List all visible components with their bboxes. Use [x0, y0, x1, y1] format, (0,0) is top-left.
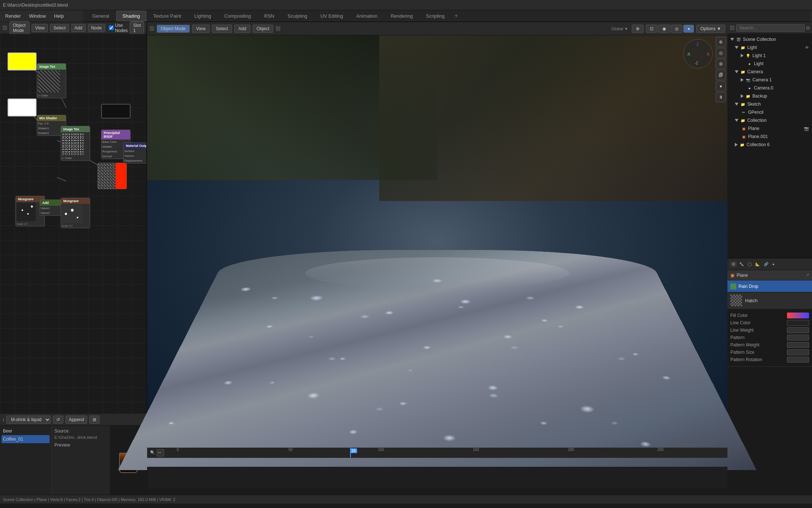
rendered-btn[interactable]: ● [683, 25, 694, 33]
viewport-select-btn[interactable]: Select [212, 25, 232, 33]
tab-rendering[interactable]: Rendering [384, 11, 419, 21]
shader-object-mode-btn[interactable]: Object Mode [10, 21, 29, 35]
tab-texture-paint[interactable]: Texture Paint [147, 11, 188, 21]
line-weight-label: Line Weight [730, 328, 754, 333]
outliner-backup[interactable]: 📁 Backup [727, 92, 812, 100]
snap-btn[interactable]: ⊕ [632, 25, 644, 33]
pattern-size-input[interactable] [787, 349, 809, 355]
hatch-item[interactable]: Hatch [727, 292, 812, 309]
prop-icon-1[interactable]: ⚙ [730, 261, 737, 267]
grid-view-btn[interactable]: ⊞ [89, 416, 100, 424]
options-btn[interactable]: Options ▼ [696, 25, 725, 33]
menu-window[interactable]: Window [25, 12, 50, 20]
outliner-plane-001[interactable]: ▣ Plane.001 [727, 133, 812, 141]
tab-lighting[interactable]: Lighting [188, 11, 217, 21]
overlay-btn-1[interactable]: ⊕ [716, 37, 726, 47]
noise-node-1[interactable]: Image Tex ▷ Color [37, 63, 66, 98]
pattern-rotation-input[interactable] [787, 357, 809, 363]
viewport-object-mode-btn[interactable]: Object Mode [157, 25, 190, 33]
asset-item-beer[interactable]: Beer [1, 427, 50, 435]
navigation-gizmo[interactable]: X -X Z -Z [683, 39, 713, 68]
outliner-plane[interactable]: ▣ Plane 📷 [727, 124, 812, 133]
prop-icon-6[interactable]: ● [771, 261, 776, 267]
outliner-camera-1[interactable]: 📷 Camera 1 [727, 76, 812, 84]
wireframe-btn[interactable]: ⊡ [646, 25, 658, 33]
use-nodes-checkbox[interactable] [109, 25, 114, 30]
texture-node-3[interactable]: Musgrave Scale 2.0 [61, 198, 90, 228]
outliner-search-input[interactable] [736, 24, 805, 32]
outliner-camera-collection[interactable]: 📁 Camera [727, 68, 812, 76]
frame-0: 0 [177, 448, 179, 452]
shader-view-btn[interactable]: View [32, 24, 48, 32]
overlay-btn-2[interactable]: ◎ [716, 48, 726, 58]
material-dropdown[interactable]: M-drink & liquid [6, 416, 51, 424]
outliner-sketch[interactable]: 📁 Sketch [727, 100, 812, 108]
plane-camera-icon[interactable]: 📷 [804, 126, 809, 131]
viewport-object-btn[interactable]: Object [253, 25, 274, 33]
pattern-input[interactable] [787, 335, 809, 341]
shader-add-btn[interactable]: Add [71, 24, 86, 32]
append-btn[interactable]: Append [65, 416, 87, 424]
color-node-white[interactable] [7, 98, 37, 117]
asset-item-coffee[interactable]: Coffee_01 [1, 435, 50, 443]
outliner-camera-0[interactable]: ● Camera.0 [727, 84, 812, 92]
viewport-view-btn[interactable]: View [192, 25, 210, 33]
viewport-toolbar: ⬛ Object Mode View Select Add Object ⬛ G… [147, 22, 727, 35]
line-weight-input[interactable] [787, 327, 809, 333]
fill-color-swatch[interactable] [787, 313, 809, 318]
outliner-light-collection[interactable]: 📁 Light 👁 [727, 43, 812, 52]
plane-viewport-icon[interactable]: ↗ [806, 273, 809, 278]
tab-uv-editing[interactable]: UV Editing [314, 11, 349, 21]
overlay-btn-3[interactable]: ⚙ [716, 59, 726, 69]
stone-surface [118, 250, 756, 470]
material-preview-btn[interactable]: ◎ [671, 25, 683, 33]
shader-canvas[interactable]: Image Tex ▷ Color Mix Shader Fac: 0.5 Sh… [0, 34, 146, 414]
frame-100: 100 [378, 448, 384, 452]
tab-animation[interactable]: Animation [350, 11, 384, 21]
overlay-btn-5[interactable]: ● [716, 81, 726, 91]
tab-sculpting[interactable]: Sculpting [281, 11, 313, 21]
prop-icon-2[interactable]: 🔧 [738, 261, 745, 267]
prop-pattern: Pattern [730, 334, 809, 341]
tab-scripting[interactable]: Scripting [420, 11, 451, 21]
light-visibility-icon[interactable]: 👁 [805, 45, 809, 50]
overlay-btn-6[interactable]: ⏸ [716, 92, 726, 102]
outliner-light[interactable]: ● Light [727, 60, 812, 68]
solid-btn[interactable]: ◉ [658, 25, 670, 33]
line-color-swatch[interactable] [787, 320, 809, 326]
tab-compositing[interactable]: Compositing [218, 11, 257, 21]
prop-icon-5[interactable]: 🔗 [762, 261, 770, 267]
outliner-collection-6[interactable]: 📁 Collection 6 [727, 141, 812, 149]
tab-shading[interactable]: Shading [116, 11, 146, 21]
color-node-black[interactable] [101, 104, 131, 119]
menu-render[interactable]: Render [1, 12, 25, 20]
filter-icon[interactable]: ⊟ [806, 25, 810, 31]
outliner-light-1[interactable]: 💡 Light 1 [727, 52, 812, 60]
shader-select-btn[interactable]: Select [50, 24, 69, 32]
prop-icon-4[interactable]: 📐 [754, 261, 761, 267]
noise-node-3[interactable]: Image Tex ▷ Color [61, 126, 90, 161]
menu-help[interactable]: Help [50, 12, 68, 20]
plane-icon: ▣ [741, 126, 747, 131]
overlay-btn-4[interactable]: 🗐 [716, 70, 726, 80]
shader-output-node[interactable]: Material Output Surface Volume Displacem… [123, 142, 146, 163]
zoom-fit-btn[interactable]: ↔ [157, 449, 164, 456]
viewport-add-btn[interactable]: Add [234, 25, 250, 33]
outliner-scene-collection[interactable]: 🎬 Scene Collection [727, 35, 812, 43]
tab-general[interactable]: General [86, 11, 115, 21]
viewport-background: ⊕ ◎ ⚙ 🗐 ● ⏸ X -X Z -Z [147, 35, 727, 449]
tab-rsn[interactable]: RSN [258, 11, 280, 21]
outliner-collection[interactable]: 📁 Collection [727, 116, 812, 124]
timeline-content[interactable] [147, 467, 727, 489]
color-node-red[interactable] [97, 163, 127, 189]
color-node-yellow[interactable] [7, 52, 37, 71]
prop-icon-3[interactable]: ◯ [746, 261, 753, 267]
slot-dropdown[interactable]: Slot 1 [130, 21, 144, 35]
outliner-gpencil[interactable]: ✏ GPencil [727, 108, 812, 116]
pattern-weight-input[interactable] [787, 342, 809, 348]
shader-node-btn[interactable]: Node [88, 24, 105, 32]
add-workspace-tab[interactable]: + [452, 11, 461, 21]
refresh-btn[interactable]: ↺ [53, 416, 63, 424]
shader-editor: ⬛ Object Mode View Select Add Node Use N… [0, 22, 147, 495]
viewport-3d[interactable]: ⊕ ◎ ⚙ 🗐 ● ⏸ X -X Z -Z [147, 35, 727, 449]
